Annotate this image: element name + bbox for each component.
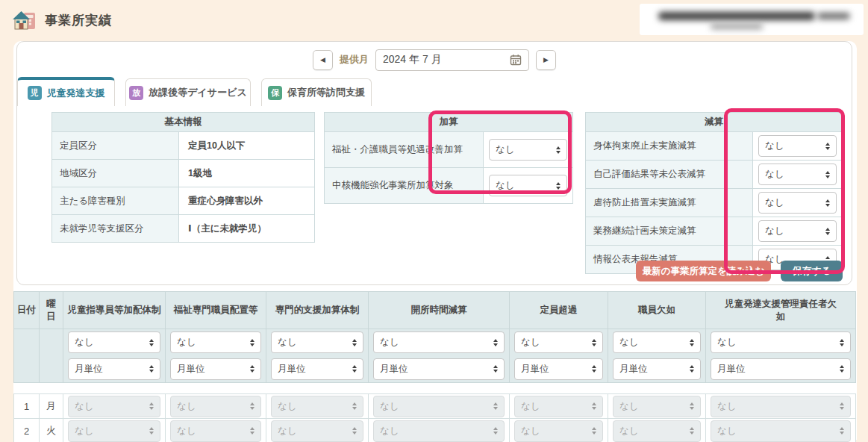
grid-unit-select[interactable]: 月単位 <box>68 358 160 380</box>
tab-afterschool-day-service[interactable]: 放 放課後等デイサービス <box>125 78 251 106</box>
grid-filter-select[interactable]: なし <box>711 332 851 353</box>
select-value: なし <box>177 400 196 413</box>
basic-info-label: 主たる障害種別 <box>52 187 179 215</box>
basic-info-label: 地域区分 <box>52 160 179 187</box>
updown-caret-icon <box>592 365 596 373</box>
redaction-bar <box>658 12 815 20</box>
grid-row-select[interactable]: なし <box>613 396 701 417</box>
grid-filter-select[interactable]: なし <box>514 332 603 353</box>
grid-unit-select[interactable]: 月単位 <box>711 358 851 380</box>
subtraction-select[interactable]: なし <box>758 192 837 214</box>
prev-month-button[interactable]: ◀ <box>313 50 333 70</box>
addition-select[interactable]: なし <box>489 175 567 196</box>
col-header-date: 日付 <box>14 292 40 329</box>
grid-row-select[interactable]: なし <box>711 420 851 442</box>
updown-caret-icon <box>825 143 830 150</box>
load-latest-calculation-button[interactable]: 最新の事業所算定を読み込む <box>636 261 772 281</box>
grid-row-select[interactable]: なし <box>373 420 505 442</box>
updown-caret-icon <box>149 339 154 346</box>
date-cell: 2 <box>14 419 40 442</box>
next-month-button[interactable]: ▶ <box>536 50 556 70</box>
grid-row-select[interactable]: なし <box>170 396 261 417</box>
grid-filter-select[interactable]: なし <box>613 332 701 353</box>
grid-unit-select[interactable]: 月単位 <box>613 358 701 380</box>
select-value: なし <box>521 425 540 438</box>
updown-caret-icon <box>250 365 255 373</box>
select-value: なし <box>765 140 784 152</box>
select-value: なし <box>278 400 297 413</box>
select-value: 月単位 <box>278 363 306 376</box>
col-header-day: 曜日 <box>40 292 63 329</box>
select-value: なし <box>619 336 639 349</box>
provision-month-input[interactable]: 2024 年 7 月 <box>375 49 529 71</box>
grid-row-select[interactable]: なし <box>613 420 701 442</box>
grid-filter-select[interactable]: なし <box>68 332 160 353</box>
updown-caret-icon <box>149 365 154 373</box>
updown-caret-icon <box>592 339 596 346</box>
subtraction-select[interactable]: なし <box>758 220 837 242</box>
select-value: なし <box>619 425 639 438</box>
updown-caret-icon <box>556 146 561 154</box>
action-buttons: 最新の事業所算定を読み込む 保存する <box>636 261 843 281</box>
tab-child-development-support[interactable]: 児 児童発達支援 <box>17 77 115 106</box>
updown-caret-icon <box>493 402 498 410</box>
grid-unit-select[interactable]: 月単位 <box>170 358 261 380</box>
subtraction-select[interactable]: なし <box>758 164 837 185</box>
select-value: なし <box>278 336 297 349</box>
day-cell: 月 <box>40 394 63 419</box>
col-header: 職員欠如 <box>608 292 706 329</box>
grid-filter-select[interactable]: なし <box>271 332 363 353</box>
select-value: なし <box>496 143 515 156</box>
grid-row-select[interactable]: なし <box>514 420 603 442</box>
subtraction-title: 減算 <box>586 113 843 132</box>
col-header: 定員超過 <box>510 292 608 329</box>
updown-caret-icon <box>149 427 154 435</box>
grid-row-select[interactable]: なし <box>271 420 363 442</box>
tab-nursery-visit-support[interactable]: 保 保育所等訪問支援 <box>261 78 372 106</box>
updown-caret-icon <box>493 365 498 373</box>
subtraction-table: 減算 身体拘束廃止未実施減算 なし 自己評価結果等未公表減算 なし <box>585 112 843 274</box>
top-bar: 事業所実績 <box>0 0 868 41</box>
addition-title: 加算 <box>325 113 573 132</box>
grid-filter-select[interactable]: なし <box>373 332 505 353</box>
settings-sections: 基本情報 定員区分 定員10人以下 地域区分 1級地 主たる障害種別 重症心身障… <box>51 112 852 274</box>
grid-row-select[interactable]: なし <box>68 420 160 442</box>
subtraction-label: 業務継続計画未策定減算 <box>586 217 753 246</box>
grid-filter-select[interactable]: なし <box>170 332 261 353</box>
redacted-account-info <box>640 4 864 35</box>
select-value: なし <box>75 400 94 413</box>
grid-unit-select[interactable]: 月単位 <box>514 358 603 380</box>
updown-caret-icon <box>825 199 830 207</box>
select-value: 月単位 <box>380 363 408 376</box>
grid-row-select[interactable]: なし <box>68 396 160 417</box>
updown-caret-icon <box>592 402 596 410</box>
provision-month-label: 提供月 <box>340 53 369 66</box>
grid-row-select[interactable]: なし <box>514 396 603 417</box>
grid-unit-select[interactable]: 月単位 <box>373 358 505 380</box>
grid-row-select[interactable]: なし <box>170 420 261 442</box>
redaction-bar <box>711 24 763 29</box>
tab-label: 放課後等デイサービス <box>149 86 247 99</box>
basic-info-value: 定員10人以下 <box>179 132 315 160</box>
grid-row-select[interactable]: なし <box>711 396 851 417</box>
basic-info-value: 1級地 <box>179 160 315 187</box>
select-value: 月単位 <box>177 363 205 376</box>
updown-caret-icon <box>352 402 357 410</box>
grid-unit-select[interactable]: 月単位 <box>271 358 363 380</box>
tab-label: 保育所等訪問支援 <box>287 86 365 99</box>
tab-panel: ◀ 提供月 2024 年 7 月 ▶ 児 児童発達支援 <box>16 41 852 285</box>
select-value: なし <box>765 168 784 181</box>
date-cell: 1 <box>14 394 40 419</box>
updown-caret-icon <box>690 402 694 410</box>
grid-row-select[interactable]: なし <box>271 396 363 417</box>
updown-caret-icon <box>250 427 255 435</box>
provision-month-picker: ◀ 提供月 2024 年 7 月 ▶ <box>17 42 852 71</box>
subtraction-select[interactable]: なし <box>758 135 837 157</box>
save-button[interactable]: 保存する <box>781 261 843 281</box>
grid-header-table: 日付 曜日 児童指導員等加配体制 福祉専門職員配置等 専門的支援加算体制 開所時… <box>13 291 856 383</box>
day-cell: 火 <box>40 419 63 442</box>
grid-row-select[interactable]: なし <box>373 396 505 417</box>
select-value: なし <box>619 400 639 413</box>
addition-select[interactable]: なし <box>489 139 567 161</box>
updown-caret-icon <box>149 402 154 410</box>
